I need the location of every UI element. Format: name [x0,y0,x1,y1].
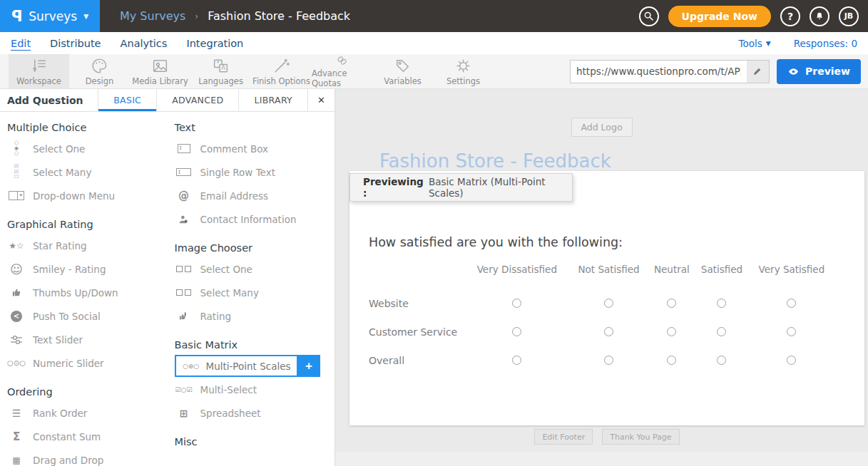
qtype-image-rating[interactable]: Rating [175,304,335,328]
image-select-many-icon [175,289,193,296]
responses-count[interactable]: Responses: 0 [794,38,857,49]
matrix-col-header: Very Dissatisfied [465,264,569,289]
tools-dropdown[interactable]: Tools ▼ [739,38,771,49]
qtype-select-one[interactable]: ○ ◉ ○ Select One [7,137,168,160]
avatar[interactable]: JB [839,6,859,26]
qtype-text-slider[interactable]: Text Slider [7,328,168,351]
image-select-one-icon [175,266,193,272]
qtype-single-row-text[interactable]: I Single Row Text [175,160,335,184]
survey-url-input[interactable] [571,61,747,83]
radio-button[interactable] [512,356,521,365]
chevron-down-icon: ▼ [83,13,88,20]
survey-title[interactable]: Fashion Store - Feedback [379,150,611,172]
qtype-thumbs-up-down[interactable]: Thumbs Up/Down [7,281,168,304]
tool-settings[interactable]: Settings [433,54,494,88]
radio-button[interactable] [667,299,676,308]
qtype-label: Select Many [33,167,91,178]
edit-url-button[interactable] [747,61,769,83]
radio-button[interactable] [717,327,726,336]
add-logo-button[interactable]: Add Logo [571,118,632,137]
add-question-plus-button[interactable]: + [298,355,320,377]
qtype-numeric-slider[interactable]: ○⊙○ Numeric Slider [7,351,168,375]
radio-button[interactable] [604,327,613,336]
section-header: Misc [175,436,335,447]
radio-button[interactable] [604,299,613,308]
questionpro-logo-icon: P [11,8,22,25]
qtype-label: Thumbs Up/Down [33,287,118,299]
tag-icon [394,57,412,75]
image-icon [151,57,169,75]
qtype-label: Single Row Text [200,167,275,178]
breadcrumb-my-surveys[interactable]: My Surveys [120,9,185,23]
qtype-push-to-social[interactable]: < Push To Social [7,304,168,328]
qtype-label: Select Many [200,287,259,299]
qtype-smiley-rating[interactable]: ☺ Smiley - Rating [7,257,168,281]
survey-preview-area: Add Logo Fashion Store - Feedback Previe… [335,89,868,466]
matrix-col-header: Not Satisfied [569,264,649,289]
tool-label: Advance Quotas [312,68,372,88]
qtype-rank-order[interactable]: ☰ Rank Order [7,401,168,425]
qtype-image-select-one[interactable]: Select One [175,257,335,281]
qtype-email-address[interactable]: @ Email Address [175,184,335,207]
qtype-star-rating[interactable]: ★☆ Star Rating [7,234,168,257]
nav-integration[interactable]: Integration [186,38,243,49]
radio-button[interactable] [667,327,676,336]
workspace-icon [30,57,48,75]
nav-edit[interactable]: Edit [11,38,31,49]
notifications-button[interactable] [810,6,829,26]
qtype-drag-and-drop[interactable]: ▦ Drag and Drop [7,448,168,466]
upgrade-now-button[interactable]: Upgrade Now [668,6,771,27]
nav-distribute[interactable]: Distribute [50,38,101,49]
tool-variables[interactable]: Variables [372,54,433,88]
qtype-spreadsheet[interactable]: ⊞ Spreadsheet [175,401,335,425]
qtype-constant-sum[interactable]: Σ Constant Sum [7,425,168,448]
tool-languages[interactable]: *A Languages [190,54,251,88]
radio-button[interactable] [512,299,521,308]
dropdown-icon: ▾ [7,191,26,200]
qtype-multi-select[interactable]: ☑○☑ Multi-Select [175,378,335,401]
qtype-image-select-many[interactable]: Select Many [175,281,335,304]
tool-workspace[interactable]: Workspace [9,54,69,88]
tool-design[interactable]: Design [69,54,130,88]
radio-button[interactable] [667,356,676,365]
radio-button[interactable] [787,299,796,308]
radio-button[interactable] [604,356,613,365]
nav-analytics[interactable]: Analytics [121,38,168,49]
qtype-label: Comment Box [200,143,269,155]
tool-label: Workspace [16,76,61,86]
tool-advance-quotas[interactable]: Advance Quotas [312,54,372,88]
help-button[interactable]: ? [780,6,800,26]
previewing-tooltip: Previewing : Basic Matrix (Multi-Point S… [349,173,573,202]
thank-you-page-button[interactable]: Thank You Page [602,429,679,445]
tool-media-library[interactable]: Media Library [130,54,190,88]
radio-button[interactable] [512,327,521,336]
search-button[interactable] [639,6,659,26]
qtype-comment-box[interactable]: I Comment Box [175,137,335,160]
edit-footer-button[interactable]: Edit Footer [534,429,593,445]
radio-button[interactable] [787,327,796,336]
qtype-select-many[interactable]: ☑ ☑ ☐ Select Many [7,160,168,184]
product-switcher[interactable]: P Surveys ▼ [0,0,100,32]
tab-basic[interactable]: BASIC [98,89,156,111]
radio-button[interactable] [717,299,726,308]
qtype-label: Select One [200,264,252,275]
radio-button[interactable] [787,356,796,365]
close-panel-button[interactable]: ✕ [307,89,335,111]
translate-icon: *A [212,57,230,75]
chevron-down-icon: ▼ [766,40,771,47]
radio-button[interactable] [717,356,726,365]
tool-finish-options[interactable]: Finish Options [251,54,312,88]
tab-library[interactable]: LIBRARY [238,89,307,111]
tab-advanced[interactable]: ADVANCED [156,89,238,111]
close-icon: ✕ [317,95,325,105]
qtype-dropdown-menu[interactable]: ▾ Drop-down Menu [7,184,168,207]
topbar: P Surveys ▼ My Surveys › Fashion Store -… [0,0,868,32]
survey-footer-band: Edit Footer Thank You Page [349,425,864,452]
qtype-multi-point-scales[interactable]: ○⊛○ Multi-Point Scales + [175,354,335,378]
section-text: Text I Comment Box I Single Row Text @ E… [175,122,335,231]
smiley-icon: ☺ [7,262,26,276]
preview-button[interactable]: Preview [777,59,861,84]
qtype-label: Numeric Slider [33,358,104,369]
qtype-contact-information[interactable]: Contact Information [175,207,335,231]
gear-icon [454,57,472,75]
